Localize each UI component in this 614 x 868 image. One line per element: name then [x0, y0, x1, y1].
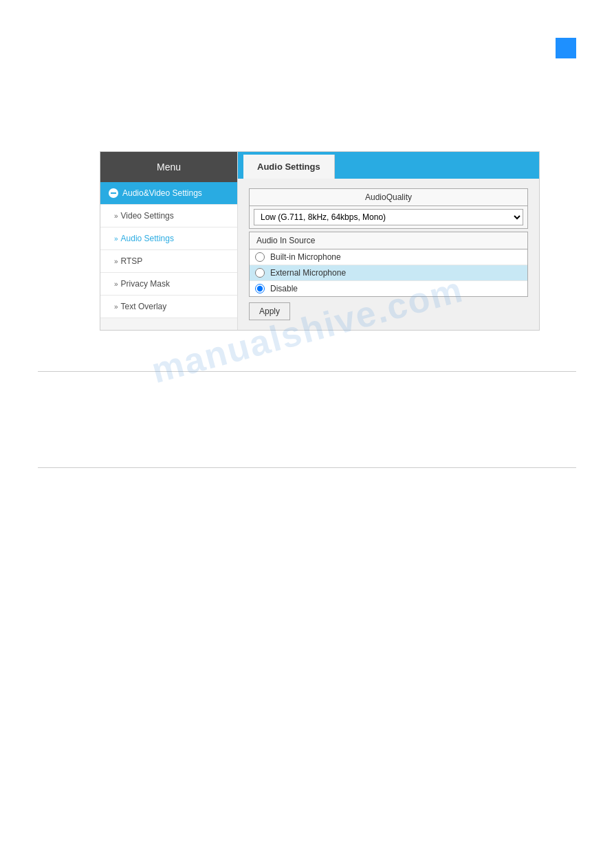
radio-external-label: External Microphone — [270, 268, 346, 278]
blue-rectangle — [556, 38, 576, 58]
audio-quality-select-row: Low (G.711, 8kHz, 64kbps, Mono) Medium H… — [250, 206, 527, 228]
sidebar: Menu Audio&Video Settings » Video Settin… — [100, 152, 238, 330]
chevron-icon-privacy: » — [114, 280, 118, 288]
sidebar-item-privacy-mask[interactable]: » Privacy Mask — [100, 273, 237, 296]
audio-quality-section: AudioQuality Low (G.711, 8kHz, 64kbps, M… — [249, 188, 528, 229]
audio-quality-label: AudioQuality — [250, 189, 527, 206]
minus-icon — [109, 188, 118, 198]
apply-button[interactable]: Apply — [249, 302, 290, 320]
radio-row-builtin: Built-in Microphone — [250, 249, 527, 265]
sidebar-header: Menu — [100, 152, 237, 182]
sidebar-item-audio-video-label: Audio&Video Settings — [122, 188, 202, 198]
radio-external[interactable] — [255, 268, 265, 278]
horizontal-rule-bottom — [38, 467, 576, 468]
chevron-icon-rtsp: » — [114, 258, 118, 265]
sidebar-item-privacy-label: Privacy Mask — [121, 279, 170, 289]
radio-builtin[interactable] — [255, 252, 265, 262]
audio-source-section: Audio In Source Built-in Microphone Exte… — [249, 232, 528, 297]
sidebar-item-audio-settings[interactable]: » Audio Settings — [100, 227, 237, 250]
audio-quality-dropdown[interactable]: Low (G.711, 8kHz, 64kbps, Mono) Medium H… — [254, 209, 523, 225]
sidebar-item-audio-video[interactable]: Audio&Video Settings — [100, 182, 237, 205]
radio-builtin-label: Built-in Microphone — [270, 252, 341, 262]
chevron-icon-audio: » — [114, 235, 118, 243]
chevron-icon-text: » — [114, 303, 118, 311]
audio-source-label: Audio In Source — [250, 232, 527, 249]
sidebar-item-rtsp[interactable]: » RTSP — [100, 250, 237, 273]
radio-disable-label: Disable — [270, 284, 298, 293]
sidebar-item-video-settings[interactable]: » Video Settings — [100, 205, 237, 227]
content-panel: AudioQuality Low (G.711, 8kHz, 64kbps, M… — [238, 179, 539, 330]
sidebar-item-rtsp-label: RTSP — [121, 256, 143, 266]
chevron-icon: » — [114, 212, 118, 220]
tab-audio-settings[interactable]: Audio Settings — [243, 155, 335, 179]
horizontal-rule-top — [38, 371, 576, 372]
sidebar-item-audio-label: Audio Settings — [121, 234, 174, 243]
main-content: Audio Settings AudioQuality Low (G.711, … — [238, 152, 539, 330]
radio-row-external: External Microphone — [250, 265, 527, 281]
sidebar-item-text-overlay[interactable]: » Text Overlay — [100, 296, 237, 318]
sidebar-item-video-label: Video Settings — [121, 211, 174, 221]
tab-header: Audio Settings — [238, 152, 539, 179]
sidebar-item-text-label: Text Overlay — [121, 302, 167, 311]
ui-panel: Menu Audio&Video Settings » Video Settin… — [100, 151, 540, 331]
radio-disable[interactable] — [255, 284, 265, 293]
radio-row-disable: Disable — [250, 281, 527, 296]
